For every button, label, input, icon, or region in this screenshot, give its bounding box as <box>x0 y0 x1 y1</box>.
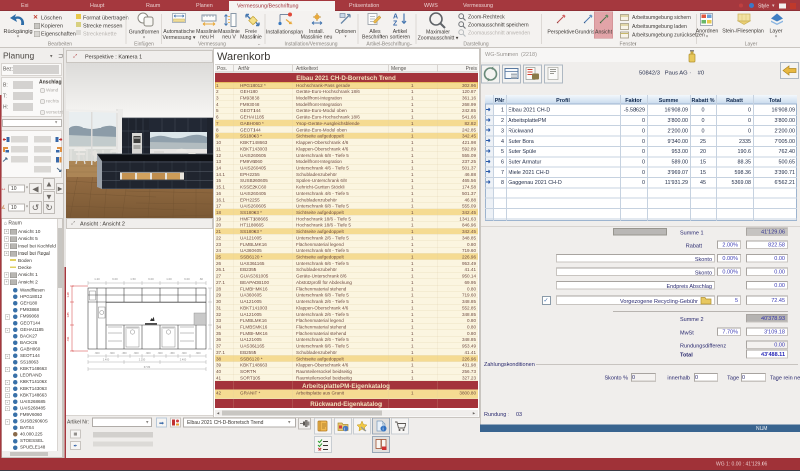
svg-text:Z: Z <box>393 20 398 27</box>
svg-text:6.00: 6.00 <box>112 277 118 281</box>
svg-text:i: i <box>344 426 345 431</box>
svg-text:.600: .600 <box>133 351 139 355</box>
svg-text:.600: .600 <box>157 351 163 355</box>
svg-text:.600: .600 <box>195 351 201 355</box>
svg-text:1.28: 1.28 <box>66 292 70 298</box>
svg-text:1.50: 1.50 <box>130 277 136 281</box>
svg-text:6.00: 6.00 <box>148 277 154 281</box>
svg-text:1.20: 1.20 <box>94 277 100 281</box>
svg-text:67.83: 67.83 <box>144 365 151 369</box>
svg-text:.600: .600 <box>109 351 115 355</box>
svg-text:.450: .450 <box>121 351 127 355</box>
svg-text:i: i <box>383 426 384 432</box>
svg-text:2.400: 2.400 <box>103 358 110 362</box>
svg-text:2.250: 2.250 <box>139 358 146 362</box>
svg-text:.60: .60 <box>199 277 203 281</box>
svg-text:.911: .911 <box>66 336 70 341</box>
svg-text:.600: .600 <box>94 351 100 355</box>
svg-text:.450: .450 <box>169 351 175 355</box>
svg-text:2.400: 2.400 <box>180 358 187 362</box>
svg-text:1.85: 1.85 <box>66 312 70 318</box>
svg-text:A: A <box>393 13 398 20</box>
svg-text:.900: .900 <box>145 351 151 355</box>
svg-text:.600: .600 <box>181 351 187 355</box>
svg-text:6.00: 6.00 <box>184 277 190 281</box>
svg-text:1.00: 1.00 <box>166 277 172 281</box>
